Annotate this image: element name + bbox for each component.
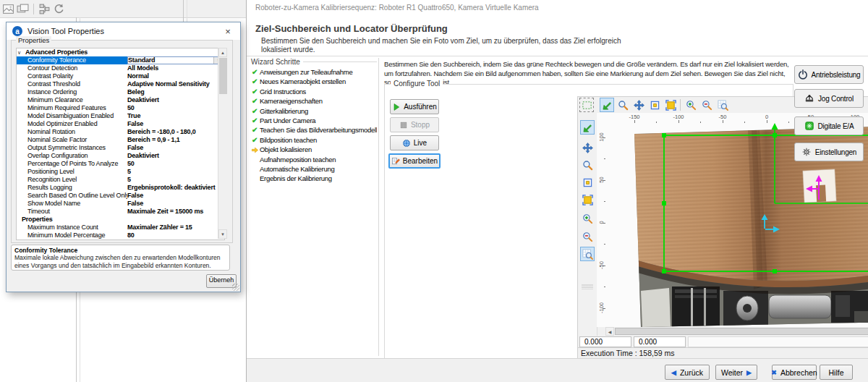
close-icon[interactable]: × (216, 22, 240, 40)
property-name: Recognition Level (17, 176, 127, 184)
collapse-chevron-icon[interactable]: ∨ (17, 48, 23, 56)
pan-icon[interactable] (631, 98, 646, 112)
wizard-step-pending: Ergebnis der Kalibrierung (250, 174, 377, 183)
property-value: True (127, 112, 224, 120)
zoom-in-icon[interactable] (580, 211, 595, 226)
scroll-down-arrow[interactable]: ▼ (218, 229, 227, 239)
run-label: Ausführen (404, 103, 437, 111)
property-value-combobox[interactable]: Standard∨ (127, 56, 224, 64)
property-description-box: Conformity Tolerance Maximale lokale Abw… (11, 245, 230, 271)
roi-filled-icon[interactable] (663, 98, 678, 112)
live-button[interactable]: Live (390, 135, 439, 150)
zoom-out-icon[interactable] (699, 98, 714, 112)
step-check-icon: ✔ (250, 116, 260, 125)
configure-tool-label: Configure Tool (391, 80, 443, 88)
camera-icon[interactable] (17, 3, 29, 15)
scrollbar-thumb[interactable] (615, 328, 868, 335)
property-row[interactable]: Contrast PolarityNormal (17, 72, 224, 80)
back-arrow-icon: ◀ (671, 369, 676, 376)
property-row[interactable]: TimeoutMaximale Zeit = 15000 ms (17, 208, 224, 216)
property-row[interactable]: Overlap ConfigurationDeaktiviert (17, 152, 224, 160)
property-value: Normal (127, 72, 224, 80)
property-name: Conformity Tolerance (17, 56, 127, 64)
side-button-label: Jog Control (818, 95, 854, 103)
refresh-icon[interactable] (53, 3, 65, 15)
property-row[interactable]: Model Disambiguation EnabledTrue (17, 112, 224, 120)
roi-rect-icon[interactable] (580, 175, 595, 190)
property-row[interactable]: Percentage Of Points To Analyze50 (17, 160, 224, 168)
wizard-step-done: ✔Teachen Sie das Bildverarbeitungsmodell (250, 125, 377, 135)
next-button[interactable]: Weiter ▶ (715, 365, 757, 380)
property-row[interactable]: Search Based On Outline Level OnlyFalse (17, 192, 224, 200)
back-button[interactable]: ◀ Zurück (665, 365, 710, 380)
property-section-header[interactable]: Properties (17, 216, 224, 224)
wizard-steps-header: Wizard Schritte (251, 58, 377, 66)
cancel-x-icon: ✖ (771, 369, 777, 376)
stop-label: Stopp (411, 121, 430, 129)
property-row[interactable]: Maximum Instance CountMaximaler Zähler =… (17, 224, 224, 232)
picture-icon[interactable] (2, 3, 14, 15)
edit-label: Bearbeiten (403, 157, 438, 165)
property-row[interactable]: Recognition Level5 (17, 176, 224, 184)
marquee-icon[interactable] (579, 98, 594, 112)
property-row[interactable]: Minimum Required Features50 (17, 104, 224, 112)
zoom-fit-icon[interactable] (580, 247, 595, 261)
horizontal-scrollbar[interactable]: ◀ ▶ (605, 327, 868, 336)
side-button-antriebsleistung[interactable]: Antriebsleistung (794, 65, 864, 84)
zoom-out-icon[interactable] (580, 229, 595, 244)
zoom-in-icon[interactable] (684, 98, 698, 112)
magnifier-icon[interactable] (616, 98, 630, 112)
wizard-step-done: ✔Kameraeigenschaften (250, 96, 377, 106)
property-row[interactable]: Instance OrderingBeleg (17, 88, 224, 96)
property-row[interactable]: Show Model NameFalse (17, 200, 224, 208)
run-button[interactable]: Ausführen (390, 99, 439, 114)
property-row[interactable]: Results LoggingErgebnisprotokoll: deakti… (17, 184, 224, 192)
property-name: Percentage Of Points To Analyze (17, 160, 127, 168)
image-viewer: -150-100-50050100150mm 100500-50-100 (577, 96, 868, 360)
toolbar-grip[interactable] (582, 284, 593, 289)
resize-grip[interactable] (232, 284, 239, 291)
property-row[interactable]: Nominal RotationBereich = -180,0 - 180,0 (17, 128, 224, 136)
select-arrow-icon[interactable] (580, 120, 595, 135)
magnifier-icon[interactable] (580, 158, 595, 172)
property-name: Model Disambiguation Enabled (17, 112, 127, 120)
wizard-window: Roboter-zu-Kamera Kalibriersequenz: Robo… (246, 0, 868, 382)
property-value: 50 (127, 160, 224, 168)
side-button-einstellungen[interactable]: Einstellungen (794, 143, 864, 161)
side-button-jog-control[interactable]: Jog Control (794, 89, 864, 108)
side-button-label: Antriebsleistung (812, 71, 861, 79)
side-button-digitale-e-a[interactable]: Digitale E/A (794, 116, 864, 135)
scroll-left-arrow[interactable]: ◀ (605, 327, 614, 336)
io-icon (804, 121, 814, 131)
property-row[interactable]: Contour DetectionAll Models (17, 64, 224, 72)
configure-tool-group: Configure Tool Ausführen Stopp Live Bear… (384, 84, 793, 359)
roi-rect-icon[interactable] (647, 98, 662, 112)
pan-icon[interactable] (580, 140, 595, 155)
property-section-header[interactable]: ∨Advanced Properties (17, 48, 224, 56)
property-row[interactable]: Model Optimizer EnabledFalse (17, 120, 224, 128)
next-arrow-icon: ▶ (746, 369, 752, 376)
property-row[interactable]: Output Symmetric InstancesFalse (17, 144, 224, 152)
scroll-up-arrow[interactable]: ▲ (218, 48, 227, 57)
stop-button[interactable]: Stopp (390, 117, 439, 132)
roi-filled-icon[interactable] (580, 192, 595, 207)
property-value: Maximale Zeit = 15000 ms (127, 208, 224, 216)
property-row[interactable]: Minimum Model Percentage80 (17, 232, 224, 239)
property-row[interactable]: Nominal Scale FactorBereich = 0,9 - 1,1 (17, 136, 224, 144)
coordinate-status-bar: 0.000 0.000 (578, 336, 868, 347)
property-row[interactable]: Minimum ClearanceDeaktiviert (17, 96, 224, 104)
property-grid-scrollbar[interactable]: ▲ ▼ (218, 48, 228, 239)
property-row[interactable]: Contrast ThresholdAdaptive Normal Sensit… (17, 80, 224, 88)
property-name: Nominal Rotation (17, 128, 127, 136)
hierarchy-icon[interactable] (38, 3, 51, 15)
select-arrow-icon[interactable] (600, 98, 614, 112)
help-button[interactable]: Hilfe (820, 365, 853, 380)
property-row[interactable]: Positioning Level5 (17, 168, 224, 176)
instruction-text: Bestimmen Sie den Suchbereich, indem Sie… (384, 60, 791, 88)
scrollbar-thumb[interactable] (219, 58, 227, 94)
edit-button[interactable]: Bearbeiten (388, 153, 441, 169)
property-row[interactable]: Conformity ToleranceStandard∨ (17, 56, 224, 64)
wizard-step-label: Part Under Camera (260, 116, 315, 125)
cancel-button[interactable]: ✖ Abbrechen (772, 365, 817, 380)
zoom-fit-icon[interactable] (715, 98, 730, 112)
